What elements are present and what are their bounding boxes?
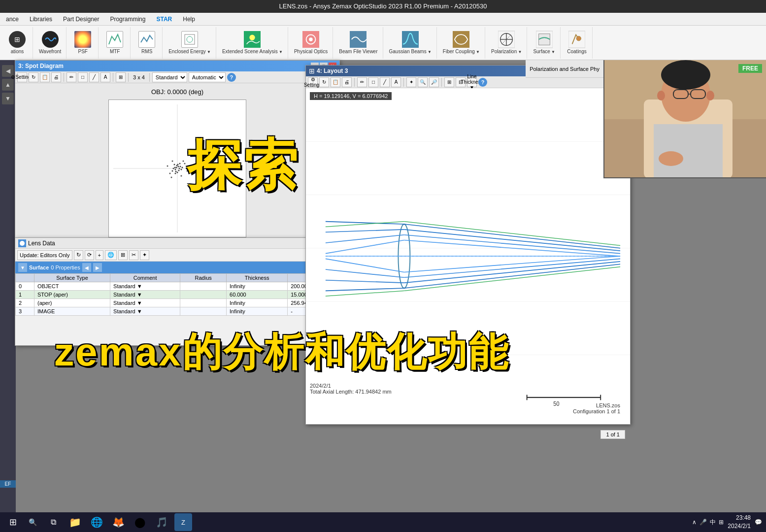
spot-text-btn[interactable]: A bbox=[100, 72, 110, 82]
toolbar-btn-simulations[interactable]: ⊞ ations bbox=[5, 30, 30, 55]
svg-point-37 bbox=[175, 173, 176, 174]
lens-tool5[interactable]: ✦ bbox=[140, 250, 149, 260]
table-row[interactable]: 3 IMAGE Standard ▼ Infinity - bbox=[16, 307, 339, 316]
toolbar-btn-physical-optics[interactable]: Physical Optics bbox=[292, 30, 330, 55]
surface-prev-btn[interactable]: ◀ bbox=[82, 263, 91, 272]
taskbar-app-firefox[interactable]: 🦊 bbox=[109, 513, 127, 531]
toolbar-btn-coatings[interactable]: Coatings bbox=[565, 30, 589, 55]
surface-icon bbox=[536, 31, 553, 48]
start-btn[interactable]: ⊞ bbox=[4, 513, 22, 531]
layout-text[interactable]: A bbox=[391, 77, 401, 87]
table-row[interactable]: 0 OBJECT Standard ▼ Infinity 200.000 bbox=[16, 282, 339, 291]
strip-btn-3[interactable]: ▼ bbox=[2, 93, 14, 104]
taskbar-app-folder[interactable]: 📁 bbox=[66, 513, 84, 531]
row2-type: (aper) bbox=[34, 299, 110, 307]
svg-point-21 bbox=[178, 166, 179, 167]
toolbar-btn-wavefront[interactable]: Wavefront bbox=[37, 30, 63, 55]
taskbar-app-edge[interactable]: 🌐 bbox=[88, 513, 105, 531]
toolbar-btn-mtf[interactable]: MTF bbox=[102, 30, 127, 55]
toolbar-btn-rms[interactable]: RMS bbox=[134, 30, 159, 55]
svg-point-30 bbox=[173, 168, 174, 169]
spot-grid-label: 3 x 4 bbox=[133, 74, 145, 80]
taskbar-app-circle[interactable]: ⬤ bbox=[131, 513, 149, 531]
toolbar-btn-surface[interactable]: Surface bbox=[531, 30, 557, 56]
layout-settings-btn[interactable]: ⚙ Settings bbox=[308, 77, 318, 87]
sep-l3 bbox=[441, 78, 442, 87]
spot-pen-btn[interactable]: ✏ bbox=[67, 72, 76, 82]
strip-btn-2[interactable]: ▲ bbox=[2, 79, 14, 91]
layout-zoom2[interactable]: 🔎 bbox=[429, 77, 439, 87]
svg-point-23 bbox=[179, 168, 180, 169]
tray-arrow[interactable]: ∧ bbox=[692, 519, 697, 526]
menu-star[interactable]: STAR bbox=[152, 15, 176, 24]
spot-standard-dropdown[interactable]: Standard bbox=[152, 72, 187, 82]
beam-viewer-label: Beam File Viewer bbox=[339, 49, 377, 54]
tray-input[interactable]: ⊞ bbox=[719, 519, 724, 526]
toolbar-btn-enclosed[interactable]: Enclosed Energy bbox=[167, 30, 213, 56]
spot-obj-label: OBJ: 0.0000 (deg) bbox=[151, 88, 203, 96]
spot-line-btn[interactable]: ╱ bbox=[89, 72, 99, 82]
sep-l1 bbox=[354, 78, 355, 87]
taskbar-app-multitask[interactable]: ⧉ bbox=[44, 513, 62, 531]
menu-programming[interactable]: Programming bbox=[106, 15, 149, 24]
surface-collapse-btn[interactable]: ▼ bbox=[18, 263, 27, 272]
spot-help-btn[interactable]: ? bbox=[227, 73, 236, 82]
lens-titlebar: Lens Data bbox=[15, 238, 339, 249]
menu-part-designer[interactable]: Part Designer bbox=[59, 15, 103, 24]
layout-print[interactable]: 🖨 bbox=[342, 77, 352, 87]
toolbar-btn-polarization[interactable]: Polarization bbox=[489, 30, 524, 56]
lens-refresh1[interactable]: ↻ bbox=[74, 250, 83, 260]
lens-refresh2[interactable]: ⟳ bbox=[85, 250, 94, 260]
tray-lang-zh[interactable]: 中 bbox=[710, 518, 716, 527]
layout-pen[interactable]: ✏ bbox=[357, 77, 367, 87]
spot-automatic-dropdown[interactable]: Automatic bbox=[189, 72, 226, 82]
layout-refresh[interactable]: ↻ bbox=[319, 77, 329, 87]
layout-line[interactable]: ╱ bbox=[380, 77, 390, 87]
spot-tool2[interactable]: 🖨 bbox=[51, 72, 61, 82]
time-display: 23:48 bbox=[728, 514, 751, 522]
table-row[interactable]: 1 STOP (aper) Standard ▼ 60.000 15.000 bbox=[16, 291, 339, 299]
menu-libraries[interactable]: Libraries bbox=[26, 15, 56, 24]
toolbar: ⊞ ations Wavefront PSF MTF bbox=[0, 26, 766, 60]
menu-ance[interactable]: ance bbox=[2, 15, 23, 24]
lens-grid[interactable]: ⊞ bbox=[118, 250, 128, 260]
menu-help[interactable]: Help bbox=[179, 15, 199, 24]
spot-tool1[interactable]: 📋 bbox=[40, 72, 50, 82]
row0-surface: Standard ▼ bbox=[110, 282, 180, 291]
layout-copy[interactable]: 📋 bbox=[331, 77, 340, 87]
spot-frame-btn[interactable]: ⊞ bbox=[116, 72, 126, 82]
layout-frame[interactable]: ⊞ bbox=[444, 77, 454, 87]
lens-globe[interactable]: 🌐 bbox=[105, 250, 117, 260]
taskbar-app-music[interactable]: 🎵 bbox=[153, 513, 170, 531]
lens-tool4[interactable]: ✂ bbox=[129, 250, 138, 260]
spot-settings-btn[interactable]: ⚙ Settings bbox=[17, 72, 27, 82]
toolbar-btn-beam-viewer[interactable]: Beam File Viewer bbox=[337, 30, 379, 55]
polarization-strip: Polarization and Surface Phy bbox=[526, 60, 603, 78]
toolbar-group-extended-scene: Extended Scene Analysis bbox=[217, 27, 288, 59]
toolbar-btn-extended-scene[interactable]: Extended Scene Analysis bbox=[220, 30, 285, 56]
search-btn[interactable]: 🔍 bbox=[24, 513, 41, 531]
layout-icon: ⊞ bbox=[309, 67, 315, 75]
layout-help-btn[interactable]: ? bbox=[478, 78, 487, 87]
spot-refresh-btn[interactable]: ↻ bbox=[29, 72, 38, 82]
toolbar-btn-psf[interactable]: PSF bbox=[70, 30, 95, 55]
layout-pointer[interactable]: ✦ bbox=[406, 77, 416, 87]
sep4 bbox=[149, 73, 150, 82]
table-row[interactable]: 2 (aper) Standard ▼ Infinity 256.948 bbox=[16, 299, 339, 307]
surface-next-btn[interactable]: ▶ bbox=[93, 263, 102, 272]
lens-add[interactable]: + bbox=[96, 250, 103, 260]
layout-thickness[interactable]: Line Thickness ▼ bbox=[467, 77, 477, 87]
coord-display: H = 19.129146, V = 6.0776942 bbox=[310, 92, 392, 100]
row0-comment bbox=[180, 282, 227, 291]
layout-zoom[interactable]: 🔍 bbox=[418, 77, 428, 87]
spot-rect-btn[interactable]: □ bbox=[78, 72, 88, 82]
toolbar-btn-gaussian[interactable]: Gaussian Beams bbox=[387, 30, 433, 56]
notification-btn[interactable]: 💬 bbox=[755, 519, 762, 526]
row0-radius: Infinity bbox=[227, 282, 288, 291]
toolbar-btn-fiber[interactable]: Fiber Coupling bbox=[441, 30, 482, 56]
taskbar-app-zemax[interactable]: Z bbox=[174, 513, 192, 531]
update-btn[interactable]: Update: Editors Only bbox=[17, 250, 72, 260]
taskbar-right: ∧ 🎤 中 ⊞ 23:48 2024/2/1 💬 bbox=[692, 514, 762, 531]
svg-point-91 bbox=[706, 91, 714, 100]
layout-rect[interactable]: □ bbox=[368, 77, 378, 87]
